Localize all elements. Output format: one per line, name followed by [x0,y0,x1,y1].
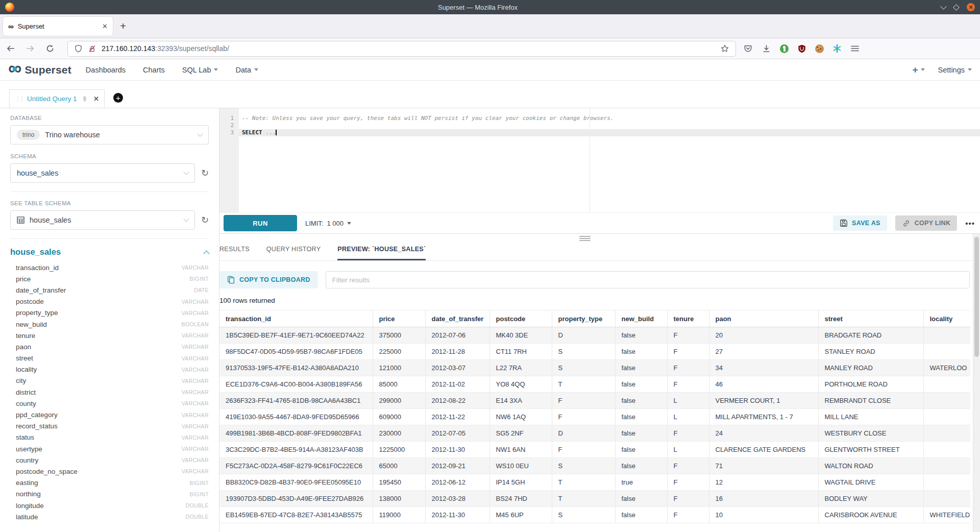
schema-column-row[interactable]: countyVARCHAR [10,398,209,409]
schema-column-row[interactable]: transaction_idVARCHAR [10,262,209,273]
schema-column-row[interactable]: streetVARCHAR [10,353,209,364]
sql-editor[interactable]: 1-- Note: Unless you save your query, th… [219,108,980,212]
schema-column-row[interactable]: localityVARCHAR [10,364,209,375]
table-row[interactable]: 3C3C29DC-B7B2-4BE5-914A-A38123AF403B1225… [219,442,970,458]
schema-column-row[interactable]: countryVARCHAR [10,454,209,466]
add-query-tab-button[interactable]: + [113,93,123,103]
table-row[interactable]: EB1459EB-67ED-47C8-B2E7-A38143AB55751190… [219,507,970,523]
nav-dashboards[interactable]: Dashboards [86,66,126,74]
browser-tab[interactable]: ∞ Superset ✕ [3,17,113,36]
refresh-schema-icon[interactable]: ↻ [201,168,209,178]
table-row[interactable]: 2636F323-FF41-4765-81DB-98CAA6A43BC12990… [219,393,970,409]
schema-column-row[interactable]: eastingBIGINT [10,477,209,489]
settings-menu[interactable]: Settings [938,66,972,74]
collapse-chevron-icon[interactable] [203,250,210,257]
refresh-table-icon[interactable]: ↻ [201,215,209,225]
schema-column-row[interactable]: usertypeVARCHAR [10,443,209,454]
menu-hamburger-icon[interactable] [850,44,860,53]
minimize-icon[interactable] [940,3,947,10]
results-tab-results[interactable]: RESULTS [219,244,250,260]
pane-splitter[interactable] [219,234,980,244]
column-header[interactable]: postcode [489,310,552,327]
new-tab-button[interactable]: + [120,20,126,32]
column-header[interactable]: property_type [552,310,615,327]
schema-column-row[interactable]: date_of_transferDATE [10,284,209,296]
results-scrollbar[interactable] [973,234,980,532]
schema-column-row[interactable]: ppd_categoryVARCHAR [10,409,209,420]
ublock-icon[interactable] [797,44,806,54]
copy-to-clipboard-button[interactable]: COPY TO CLIPBOARD [219,271,318,288]
asterisk-extension-icon[interactable] [832,44,842,53]
reload-icon[interactable] [46,44,54,53]
table-row[interactable]: BB8320C9-D82B-4B37-90E0-9FEE05095E101954… [219,474,970,491]
extension-icon[interactable] [780,44,789,53]
column-header[interactable]: street [818,310,923,327]
table-select[interactable]: house_sales [10,210,195,230]
drag-handle-icon[interactable]: ⋮⋮ [15,96,23,102]
column-header[interactable]: date_of_transfer [425,310,489,327]
cookie-icon[interactable] [815,44,824,53]
column-header[interactable]: tenure [667,310,709,327]
editor-line[interactable]: 3SELECT ... [219,129,980,136]
pocket-icon[interactable] [743,44,753,54]
column-header[interactable]: transaction_id [219,310,373,327]
scrollbar-thumb[interactable] [974,237,979,357]
nav-charts[interactable]: Charts [143,66,165,74]
table-row[interactable]: ECE1D376-C9A6-4C00-B004-A380B189FA568500… [219,376,970,393]
schema-column-row[interactable]: northingBIGINT [10,489,209,500]
column-header[interactable]: new_build [615,310,667,327]
save-as-button[interactable]: SAVE AS [833,215,887,231]
nav-data[interactable]: Data [235,66,258,74]
results-tab-query-history[interactable]: QUERY HISTORY [266,244,321,260]
table-row[interactable]: 499B1981-3B6B-4BCD-808F-9FED9802BFA12300… [219,425,970,442]
table-row[interactable]: F5C273AC-0D2A-458F-8279-9C61F0C22EC66500… [219,458,970,474]
shield-icon[interactable] [74,44,83,53]
schema-column-row[interactable]: paonVARCHAR [10,341,209,352]
url-bar[interactable]: 217.160.120.143:32393/superset/sqllab/ [67,41,736,57]
schema-column-row[interactable]: longitudeDOUBLE [10,500,209,511]
schema-column-row[interactable]: statusVARCHAR [10,432,209,443]
schema-column-row[interactable]: property_typeVARCHAR [10,307,209,319]
schema-column-row[interactable]: record_statusVARCHAR [10,421,209,432]
query-tab[interactable]: ⋮⋮ Untitled Query 1 ✕ [9,89,105,108]
superset-brand[interactable]: ∞ Superset [8,63,71,77]
schema-column-row[interactable]: postcodeVARCHAR [10,296,209,307]
table-name-heading[interactable]: house_sales [10,247,61,257]
url-text[interactable]: 217.160.120.143:32393/superset/sqllab/ [102,44,715,53]
filter-results-input[interactable] [326,271,970,288]
schema-column-row[interactable]: postcode_no_spaceVARCHAR [10,466,209,477]
insecure-lock-icon[interactable] [88,44,96,53]
table-row[interactable]: 193907D3-5DBD-453D-A49E-9FEE27DAB9261380… [219,491,970,507]
column-header[interactable]: locality [923,310,970,327]
database-select[interactable]: trino Trino warehouse [10,125,209,144]
query-tab-close-icon[interactable]: ✕ [93,95,99,103]
table-row[interactable]: 419E1030-9A55-4467-8DA9-9FED95D659666090… [219,409,970,425]
results-tab-preview[interactable]: PREVIEW: `HOUSE_SALES` [337,244,426,260]
editor-line[interactable]: 2 [219,122,980,129]
nav-sql-lab[interactable]: SQL Lab [182,66,218,74]
schema-column-row[interactable]: districtVARCHAR [10,386,209,398]
splitter-grip-icon[interactable] [579,236,591,241]
table-row[interactable]: 98F5DC47-0D05-4D59-95B7-98CA6F1FDE052250… [219,344,970,360]
schema-column-row[interactable]: priceBIGINT [10,273,209,284]
bookmark-star-icon[interactable] [720,44,729,53]
schema-column-row[interactable]: latitudeDOUBLE [10,511,209,522]
schema-column-row[interactable]: new_buildBOOLEAN [10,319,209,330]
more-actions-button[interactable]: ••• [965,219,975,228]
back-icon[interactable] [6,44,15,53]
run-button[interactable]: RUN [224,215,297,231]
downloads-icon[interactable] [762,44,771,54]
schema-column-row[interactable]: tenureVARCHAR [10,330,209,341]
schema-column-row[interactable]: cityVARCHAR [10,375,209,386]
limit-dropdown[interactable]: LIMIT: 1 000 [305,220,351,227]
column-header[interactable]: paon [709,310,818,327]
maximize-icon[interactable] [953,4,960,11]
tab-close-icon[interactable]: ✕ [102,22,108,30]
schema-select[interactable]: house_sales [10,163,195,183]
table-row[interactable]: 91370533-19F5-47FE-B142-A380A8ADA2101210… [219,360,970,376]
close-window-icon[interactable]: ✕ [967,3,975,11]
table-row[interactable]: 1B5C39ED-BE7F-41EF-9E71-9C60EED74A223750… [219,327,970,344]
editor-line[interactable]: 1-- Note: Unless you save your query, th… [219,115,980,122]
copy-link-button[interactable]: COPY LINK [895,215,958,231]
add-new-button[interactable]: + [912,64,924,76]
